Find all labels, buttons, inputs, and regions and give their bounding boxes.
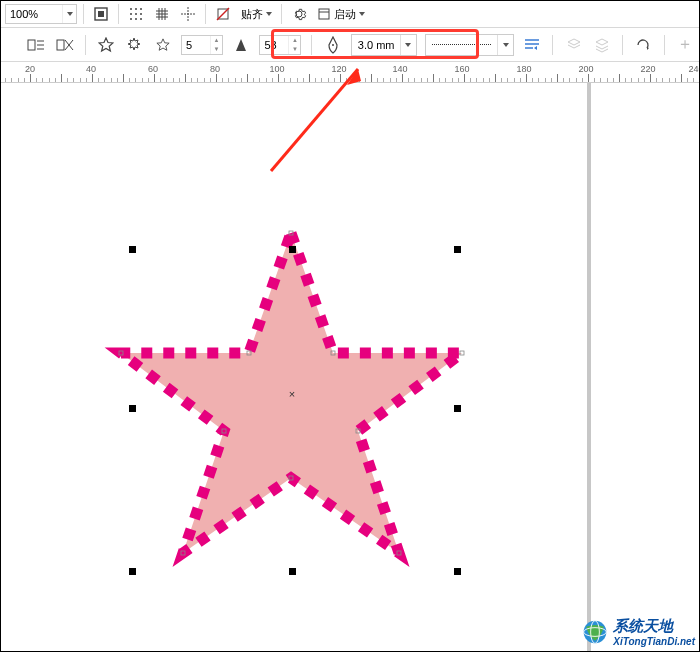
selection-handle[interactable] [129, 405, 136, 412]
ruler-tick [371, 74, 372, 82]
ruler-tick [42, 78, 43, 82]
svg-point-10 [140, 18, 142, 20]
ruler-tick [625, 78, 626, 82]
svg-rect-27 [57, 40, 64, 50]
ruler-tick [241, 78, 242, 82]
zoom-input[interactable] [6, 5, 62, 23]
grid-dots-icon[interactable] [125, 3, 147, 25]
watermark-text-cn: 系统天地 [613, 617, 695, 636]
svg-rect-21 [319, 9, 329, 19]
separator [664, 35, 665, 55]
ruler-tick [662, 78, 663, 82]
ruler-tick [247, 74, 248, 82]
svg-point-7 [140, 13, 142, 15]
outline-width-input[interactable] [352, 39, 400, 51]
selection-handle[interactable] [454, 405, 461, 412]
ruler-tick [619, 74, 620, 82]
canvas[interactable]: × [1, 83, 699, 652]
ruler-tick [235, 78, 236, 82]
grid-lines-icon[interactable] [151, 3, 173, 25]
wrap-flow-icon[interactable] [26, 34, 46, 56]
separator [118, 4, 119, 24]
ruler-tick [656, 78, 657, 82]
outline-width-dropdown[interactable] [400, 35, 416, 55]
sharpness-spinner[interactable]: ▲▼ [259, 35, 301, 55]
ruler-label: 20 [25, 64, 35, 74]
ruler-tick [179, 78, 180, 82]
selection-handle[interactable] [454, 568, 461, 575]
spin-down[interactable]: ▼ [289, 45, 300, 54]
selection-handle[interactable] [454, 246, 461, 253]
ruler-tick [433, 74, 434, 82]
separator [311, 35, 312, 55]
selection-handle[interactable] [289, 568, 296, 575]
ruler-tick [297, 78, 298, 82]
ruler-label: 40 [86, 64, 96, 74]
separator [205, 4, 206, 24]
ruler-tick [284, 78, 285, 82]
ruler-tick [142, 78, 143, 82]
launch-menu[interactable]: 启动 [314, 3, 368, 25]
snap-off-button[interactable] [212, 3, 234, 25]
zoom-dropdown[interactable] [62, 5, 76, 23]
selection-handle[interactable] [129, 246, 136, 253]
ruler-tick [365, 78, 366, 82]
ruler-tick [278, 74, 279, 82]
watermark-text-en: XiTongTianDi.net [613, 636, 695, 647]
panel-icon [317, 7, 331, 21]
spin-up[interactable]: ▲ [289, 36, 300, 45]
ruler-tick [408, 78, 409, 82]
ruler-tick [204, 78, 205, 82]
linestyle-dropdown[interactable] [497, 35, 513, 55]
star-shape[interactable] [1, 83, 700, 652]
ruler-tick [402, 74, 403, 82]
svg-point-6 [135, 13, 137, 15]
ruler-tick [340, 74, 341, 82]
ruler-horizontal[interactable]: 20406080100120140160180200220240 [1, 62, 699, 83]
svg-rect-1 [98, 11, 104, 17]
ruler-tick [483, 78, 484, 82]
ruler-tick [532, 78, 533, 82]
spin-up[interactable]: ▲ [211, 36, 222, 45]
sharpness-input[interactable] [260, 39, 288, 51]
ruler-tick [98, 78, 99, 82]
snap-menu[interactable]: 贴齐 [238, 3, 275, 25]
settings-gear-icon[interactable] [288, 3, 310, 25]
star-points-spinner[interactable]: ▲▼ [181, 35, 223, 55]
paragraph-wrap-icon[interactable] [522, 34, 542, 56]
star-outline-icon[interactable] [96, 34, 116, 56]
svg-point-8 [130, 18, 132, 20]
selection-handle[interactable] [129, 568, 136, 575]
ruler-tick [588, 74, 589, 82]
spin-down[interactable]: ▼ [211, 45, 222, 54]
star-burst-icon[interactable] [124, 34, 144, 56]
chevron-down-icon [359, 12, 365, 16]
ruler-tick [173, 78, 174, 82]
line-style-combo[interactable] [425, 34, 514, 56]
selection-handle[interactable] [289, 246, 296, 253]
toolbar-property: ▲▼ ▲▼ ＋ [1, 28, 699, 62]
ruler-tick [569, 78, 570, 82]
ruler-tick [489, 78, 490, 82]
separator [85, 35, 86, 55]
pen-outline-icon [322, 34, 342, 56]
refresh-icon[interactable] [633, 34, 653, 56]
ruler-tick [377, 78, 378, 82]
ruler-tick [117, 78, 118, 82]
ruler-label: 140 [392, 64, 407, 74]
selection-center[interactable]: × [288, 389, 297, 398]
ruler-tick [135, 78, 136, 82]
ruler-guides-icon[interactable] [177, 3, 199, 25]
ruler-tick [61, 74, 62, 82]
ruler-tick [452, 78, 453, 82]
outline-width-combo[interactable] [351, 34, 417, 56]
star-points-input[interactable] [182, 39, 210, 51]
show-frame-icon[interactable] [90, 3, 112, 25]
zoom-combo[interactable] [5, 4, 77, 24]
ruler-tick [638, 78, 639, 82]
ruler-label: 240 [688, 64, 699, 74]
toolbar-top: 贴齐 启动 [1, 1, 699, 28]
ruler-tick [272, 78, 273, 82]
wrap-remove-icon[interactable] [54, 34, 74, 56]
ruler-tick [675, 78, 676, 82]
